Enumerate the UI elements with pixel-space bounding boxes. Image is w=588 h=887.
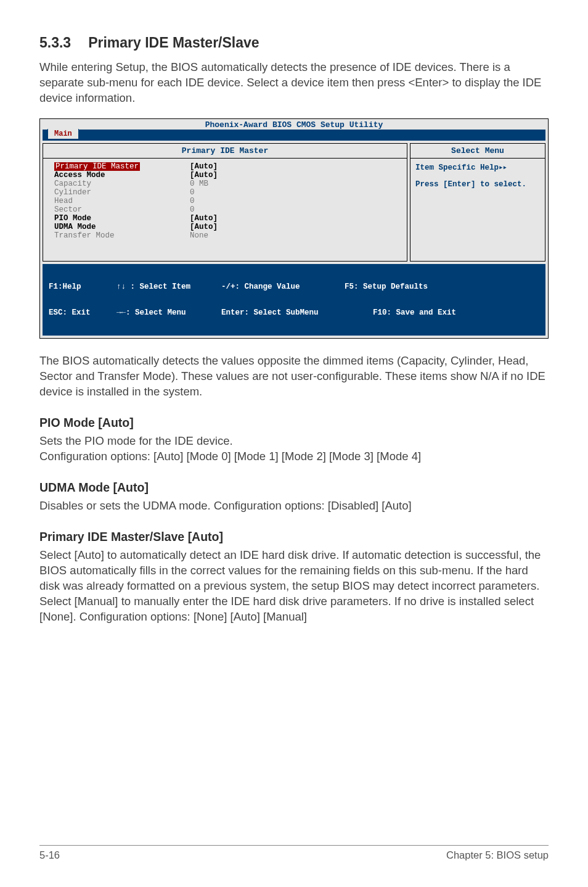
section-title: Primary IDE Master/Slave <box>88 35 259 51</box>
bios-right-head: Select Menu <box>410 144 545 159</box>
bios-settings-list: Primary IDE Master[Auto]Access Mode[Auto… <box>43 159 407 261</box>
bios-setting-label: UDMA Mode <box>54 223 190 231</box>
bios-setting-value: 0 MB <box>190 179 399 188</box>
bios-setting-label: Head <box>54 197 190 205</box>
bios-key-enter-sub: Enter: Select SubMenu <box>221 308 345 317</box>
section-number: 5.3.3 <box>39 35 71 51</box>
primary-ide-body: Select [Auto] to automatically detect an… <box>39 548 549 625</box>
bios-key-select-menu: →←: Select Menu <box>116 308 221 317</box>
bios-left-panel: Primary IDE Master Primary IDE Master[Au… <box>43 143 407 262</box>
pio-mode-line2: Configuration options: [Auto] [Mode 0] [… <box>39 449 549 464</box>
bios-setting-value: 0 <box>190 205 399 214</box>
bios-setting-label: Capacity <box>54 179 190 188</box>
bios-setting-value: [Auto] <box>190 171 399 179</box>
bios-setting-value: 0 <box>190 188 399 197</box>
pio-mode-line1: Sets the PIO mode for the IDE device. <box>39 434 549 449</box>
bios-key-f5: F5: Setup Defaults <box>345 283 539 291</box>
bios-setting-row: UDMA Mode[Auto] <box>54 223 399 231</box>
bios-setting-label: Access Mode <box>54 171 190 179</box>
pio-mode-heading: PIO Mode [Auto] <box>39 416 549 430</box>
bios-titlebar: Phoenix-Award BIOS CMOS Setup Utility <box>40 119 548 130</box>
bios-setting-row: Sector0 <box>54 205 399 214</box>
bios-screenshot: Phoenix-Award BIOS CMOS Setup Utility Ma… <box>39 118 549 339</box>
bios-setting-label: PIO Mode <box>54 214 190 223</box>
bios-setting-row: Capacity0 MB <box>54 179 399 188</box>
bios-setting-value: [Auto] <box>190 223 399 231</box>
after-bios-paragraph: The BIOS automatically detects the value… <box>39 353 549 400</box>
udma-mode-heading: UDMA Mode [Auto] <box>39 481 549 495</box>
bios-setting-value: [Auto] <box>190 214 399 223</box>
udma-mode-line1: Disables or sets the UDMA mode. Configur… <box>39 498 549 514</box>
intro-paragraph: While entering Setup, the BIOS automatic… <box>39 60 549 106</box>
bios-key-change-value: -/+: Change Value <box>221 283 345 291</box>
bios-help-line1: Item Specific Help▸▸ <box>415 162 540 174</box>
bios-key-f1: F1:Help <box>49 283 116 291</box>
bios-setting-value: [Auto] <box>190 162 399 171</box>
bios-tab-main: Main <box>47 129 79 139</box>
bios-setting-value: 0 <box>190 197 399 205</box>
page-number: 5-16 <box>39 849 60 861</box>
bios-setting-label: Cylinder <box>54 188 190 197</box>
bios-right-panel: Select Menu Item Specific Help▸▸ Press [… <box>410 143 545 262</box>
section-heading: 5.3.3 Primary IDE Master/Slave <box>39 35 549 51</box>
bios-left-head: Primary IDE Master <box>43 144 407 159</box>
bios-setting-row: Head0 <box>54 197 399 205</box>
bios-setting-label: Sector <box>54 205 190 214</box>
chapter-label: Chapter 5: BIOS setup <box>446 849 549 861</box>
page-footer: 5-16 Chapter 5: BIOS setup <box>39 845 549 861</box>
primary-ide-heading: Primary IDE Master/Slave [Auto] <box>39 530 549 544</box>
bios-key-f10: F10: Save and Exit <box>345 308 539 317</box>
bios-setting-row: PIO Mode[Auto] <box>54 214 399 223</box>
bios-tab-row: Main <box>43 130 545 141</box>
bios-setting-label: Primary IDE Master <box>54 162 190 171</box>
bios-setting-row: Primary IDE Master[Auto] <box>54 162 399 171</box>
bios-key-esc: ESC: Exit <box>49 308 116 317</box>
triangle-right-icon: ▸▸ <box>499 163 507 172</box>
bios-setting-value: None <box>190 231 399 240</box>
bios-help-line2: Press [Enter] to select. <box>415 179 540 191</box>
bios-key-select-item: ↑↓ : Select Item <box>116 283 221 291</box>
bios-setting-row: Access Mode[Auto] <box>54 171 399 179</box>
bios-setting-row: Cylinder0 <box>54 188 399 197</box>
bios-footer: F1:Help ESC: Exit ↑↓ : Select Item →←: S… <box>43 264 545 336</box>
bios-setting-row: Transfer ModeNone <box>54 231 399 240</box>
bios-setting-label: Transfer Mode <box>54 231 190 240</box>
